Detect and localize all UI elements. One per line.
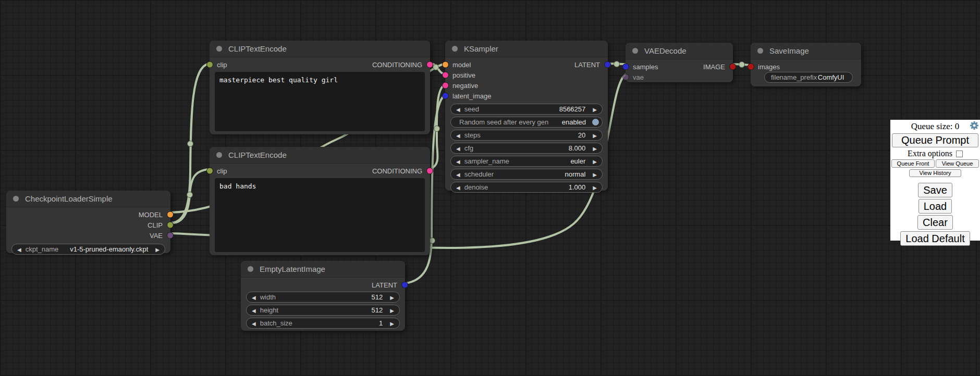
node-vae-decode[interactable]: VAEDecode samples IMAGE vae — [626, 43, 733, 82]
increment-arrow-icon[interactable] — [151, 245, 165, 253]
decrement-arrow-icon[interactable] — [247, 293, 260, 301]
widget-ckpt-name[interactable]: ckpt_name v1-5-pruned-emaonly.ckpt — [11, 244, 165, 255]
widget-value: euler — [570, 157, 589, 165]
clear-button[interactable]: Clear — [917, 215, 953, 230]
decrement-arrow-icon[interactable] — [451, 157, 464, 165]
clip-input-port[interactable] — [207, 168, 213, 174]
widget-batch-size[interactable]: batch_size 1 — [246, 318, 400, 329]
widget-label: cfg — [464, 144, 473, 152]
decrement-arrow-icon[interactable] — [451, 131, 464, 139]
output-label: CONDITIONING — [372, 61, 422, 69]
node-clip-text-encode-negative[interactable]: CLIPTextEncode clip CONDITIONING bad han… — [210, 147, 430, 255]
output-label: IMAGE — [703, 63, 725, 71]
increment-arrow-icon[interactable] — [386, 293, 399, 301]
collapse-dot-icon[interactable] — [757, 48, 763, 54]
widget-filename-prefix[interactable]: filename_prefix ComfyUI — [764, 72, 853, 83]
queue-size-label: Queue size: 0 — [890, 120, 980, 132]
vae-output-port[interactable] — [167, 233, 173, 239]
extra-options-checkbox[interactable] — [956, 151, 963, 157]
clip-input-port[interactable] — [207, 62, 213, 68]
model-input-port[interactable] — [443, 62, 448, 68]
widget-cfg[interactable]: cfg 8.000 — [450, 143, 603, 154]
latent-output-port[interactable] — [605, 62, 610, 68]
queue-front-button[interactable]: Queue Front — [891, 159, 935, 168]
input-label: latent_image — [452, 92, 491, 100]
increment-arrow-icon[interactable] — [589, 157, 602, 165]
output-label: MODEL — [139, 211, 163, 219]
widget-seed[interactable]: seed 8566257 — [450, 104, 603, 115]
collapse-dot-icon[interactable] — [216, 46, 222, 52]
latent-image-input-port[interactable] — [443, 93, 448, 99]
link-midpoint-dot — [433, 65, 439, 70]
images-input-port[interactable] — [748, 64, 754, 70]
random-seed-toggle[interactable] — [592, 119, 599, 126]
widget-label: sampler_name — [464, 157, 509, 165]
samples-input-port[interactable] — [623, 64, 629, 70]
node-title-bar[interactable]: CLIPTextEncode — [210, 147, 430, 164]
widget-denoise[interactable]: denoise 1.000 — [450, 182, 603, 193]
increment-arrow-icon[interactable] — [386, 306, 399, 314]
input-label: images — [758, 63, 780, 71]
node-title-bar[interactable]: SaveImage — [751, 43, 861, 59]
vae-input-port[interactable] — [623, 74, 629, 80]
conditioning-output-port[interactable] — [427, 168, 433, 174]
view-queue-button[interactable]: View Queue — [936, 159, 979, 168]
image-output-port[interactable] — [730, 64, 736, 70]
widget-label: seed — [464, 105, 479, 113]
conditioning-output-port[interactable] — [427, 62, 433, 68]
node-save-image[interactable]: SaveImage images filename_prefix ComfyUI — [751, 43, 861, 86]
increment-arrow-icon[interactable] — [589, 105, 602, 113]
widget-steps[interactable]: steps 20 — [450, 130, 603, 141]
positive-input-port[interactable] — [443, 72, 448, 78]
increment-arrow-icon[interactable] — [589, 170, 602, 178]
decrement-arrow-icon[interactable] — [451, 105, 464, 113]
model-output-port[interactable] — [167, 212, 173, 218]
widget-sampler-name[interactable]: sampler_name euler — [450, 156, 603, 167]
comfyui-canvas[interactable]: { "canvas": { "bg": "#222222", "wire_col… — [0, 0, 980, 376]
node-clip-text-encode-positive[interactable]: CLIPTextEncode clip CONDITIONING masterp… — [210, 41, 430, 134]
widget-value: 20 — [578, 131, 589, 139]
node-empty-latent-image[interactable]: EmptyLatentImage LATENT width 512 height… — [241, 261, 405, 331]
node-title: CheckpointLoaderSimple — [25, 194, 113, 203]
latent-output-port[interactable] — [402, 282, 408, 288]
collapse-dot-icon[interactable] — [216, 152, 222, 158]
node-title: KSampler — [464, 44, 498, 53]
increment-arrow-icon[interactable] — [589, 144, 602, 152]
node-title-bar[interactable]: VAEDecode — [626, 43, 733, 59]
widget-height[interactable]: height 512 — [246, 305, 400, 316]
load-button[interactable]: Load — [918, 199, 952, 214]
increment-arrow-icon[interactable] — [589, 131, 602, 139]
prompt-textarea[interactable]: masterpiece best quality girl — [215, 72, 425, 131]
settings-gear-icon[interactable] — [970, 121, 979, 130]
node-title-bar[interactable]: KSampler — [445, 41, 608, 57]
decrement-arrow-icon[interactable] — [451, 183, 464, 191]
node-title-bar[interactable]: CheckpointLoaderSimple — [6, 191, 170, 207]
decrement-arrow-icon[interactable] — [451, 170, 464, 178]
decrement-arrow-icon[interactable] — [247, 306, 260, 314]
increment-arrow-icon[interactable] — [589, 183, 602, 191]
collapse-dot-icon[interactable] — [13, 196, 19, 202]
save-button[interactable]: Save — [918, 183, 952, 197]
widget-random-seed[interactable]: Random seed after every gen enabled — [450, 117, 603, 128]
collapse-dot-icon[interactable] — [632, 48, 638, 54]
widget-value: ComfyUI — [817, 73, 852, 81]
node-title-bar[interactable]: EmptyLatentImage — [241, 261, 405, 278]
node-checkpoint-loader[interactable]: CheckpointLoaderSimple MODEL CLIP VAE ck… — [6, 191, 170, 253]
decrement-arrow-icon[interactable] — [12, 245, 26, 253]
prompt-textarea[interactable]: bad hands — [215, 178, 425, 252]
negative-input-port[interactable] — [443, 83, 448, 89]
input-label: positive — [452, 71, 475, 79]
increment-arrow-icon[interactable] — [386, 319, 399, 327]
collapse-dot-icon[interactable] — [248, 266, 253, 272]
decrement-arrow-icon[interactable] — [451, 144, 464, 152]
queue-prompt-button[interactable]: Queue Prompt — [892, 133, 978, 147]
widget-width[interactable]: width 512 — [246, 292, 400, 303]
collapse-dot-icon[interactable] — [452, 46, 458, 52]
clip-output-port[interactable] — [167, 222, 173, 228]
node-title-bar[interactable]: CLIPTextEncode — [210, 41, 430, 57]
node-ksampler[interactable]: KSampler model LATENT positive negative … — [445, 41, 608, 191]
load-default-button[interactable]: Load Default — [900, 231, 970, 246]
widget-scheduler[interactable]: scheduler normal — [450, 169, 603, 180]
view-history-button[interactable]: View History — [909, 169, 961, 177]
decrement-arrow-icon[interactable] — [247, 319, 260, 327]
